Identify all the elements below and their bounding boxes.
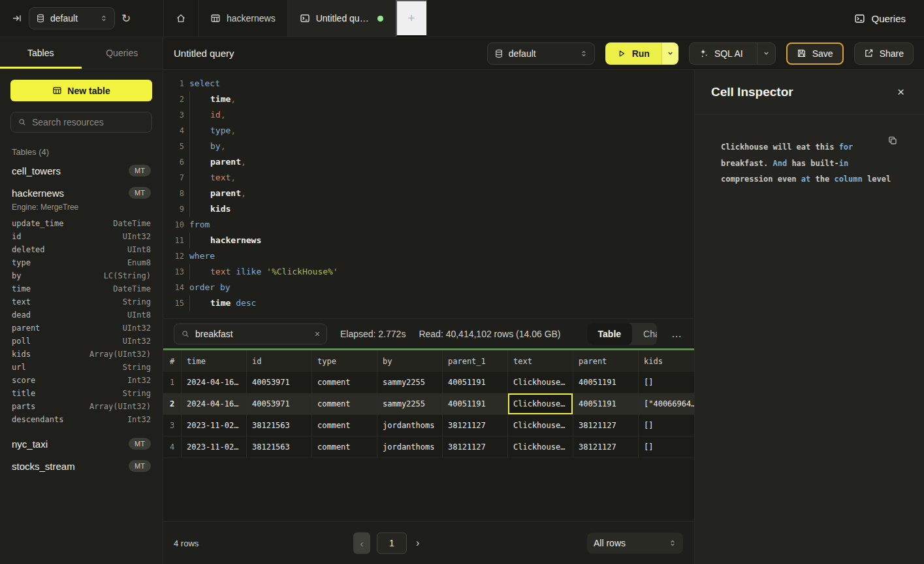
cell-text[interactable]: Clickhouse… [508, 393, 573, 414]
page-number-input[interactable] [377, 532, 407, 554]
column-header-id[interactable]: id [247, 350, 312, 372]
column-item-kids[interactable]: kidsArray(UInt32) [10, 348, 152, 361]
cell-by[interactable]: sammy2255 [377, 393, 443, 414]
results-search-input[interactable] [195, 329, 310, 339]
new-tab-button[interactable]: + [396, 0, 427, 37]
table-row[interactable]: 32023-11-02…38121563commentjordanthoms38… [163, 415, 694, 437]
save-button[interactable]: Save [786, 42, 844, 65]
next-page-button[interactable]: › [413, 537, 422, 549]
table-item-hackernews[interactable]: hackernewsMT [10, 180, 152, 203]
cell-kids[interactable]: [] [639, 437, 694, 457]
column-item-update_time[interactable]: update_timeDateTime [10, 217, 152, 230]
table-item-cell_towers[interactable]: cell_towersMT [10, 158, 152, 180]
sidebar-tab-tables[interactable]: Tables [0, 37, 82, 69]
table-row[interactable]: 42023-11-02…38121563commentjordanthoms38… [163, 437, 694, 458]
database-selector-toolbar[interactable]: default [487, 42, 595, 65]
column-header-parent[interactable]: parent [573, 350, 639, 372]
cell-id[interactable]: 40053971 [247, 372, 312, 393]
column-item-by[interactable]: byLC(String) [10, 269, 152, 282]
cell-type[interactable]: comment [312, 393, 377, 414]
sidebar-search-input[interactable] [32, 117, 145, 127]
column-item-time[interactable]: timeDateTime [10, 282, 152, 295]
sql-ai-button[interactable]: SQL AI [690, 43, 751, 64]
cell-by[interactable]: sammy2255 [377, 372, 443, 393]
cell-text[interactable]: Clickhouse… [508, 415, 573, 436]
column-item-descendants[interactable]: descendantsInt32 [10, 413, 152, 426]
column-item-title[interactable]: titleString [10, 387, 152, 400]
cell-time[interactable]: 2023-11-02… [182, 415, 247, 436]
cell-parent[interactable]: 40051191 [573, 393, 639, 414]
database-selector-topbar[interactable]: default [29, 7, 115, 29]
column-header-#[interactable]: # [163, 350, 182, 372]
cell-time[interactable]: 2023-11-02… [182, 437, 247, 457]
view-tab-chart[interactable]: Chart [632, 323, 657, 345]
view-tab-table[interactable]: Table [587, 323, 633, 345]
column-header-text[interactable]: text [508, 350, 573, 372]
sql-ai-options-button[interactable] [757, 43, 775, 64]
cell-id[interactable]: 40053971 [247, 393, 312, 414]
run-button[interactable]: Run [605, 42, 661, 65]
refresh-button[interactable]: ↻ [121, 13, 131, 24]
close-inspector-button[interactable]: × [897, 85, 904, 99]
new-table-button[interactable]: New table [10, 80, 152, 101]
editor-tab-hackernews[interactable]: hackernews [199, 0, 288, 37]
queries-button[interactable]: Queries [854, 0, 906, 37]
column-item-type[interactable]: typeEnum8 [10, 256, 152, 269]
cell-kids[interactable]: ["40066964… [639, 393, 694, 414]
cell-parent_1[interactable]: 40051191 [443, 393, 508, 414]
line-code: select [184, 76, 220, 91]
cell-kids[interactable]: [] [639, 415, 694, 436]
cell-id[interactable]: 38121563 [247, 437, 312, 457]
sidebar-tabs: TablesQueries [0, 37, 163, 69]
column-item-parent[interactable]: parentUInt32 [10, 322, 152, 335]
column-item-deleted[interactable]: deletedUInt8 [10, 243, 152, 256]
cell-parent_1[interactable]: 40051191 [443, 372, 508, 393]
table-item-nyc_taxi[interactable]: nyc_taxiMT [10, 431, 152, 454]
editor-tab-Untitled qu…[interactable]: Untitled qu… [288, 0, 396, 37]
column-item-dead[interactable]: deadUInt8 [10, 308, 152, 322]
copy-cell-value-button[interactable] [887, 135, 898, 146]
cell-time[interactable]: 2024-04-16… [182, 393, 247, 414]
cell-kids[interactable]: [] [639, 372, 694, 393]
cell-text[interactable]: Clickhouse… [508, 372, 573, 393]
cell-parent[interactable]: 38121127 [573, 437, 639, 457]
column-item-url[interactable]: urlString [10, 361, 152, 374]
clear-search-button[interactable]: × [315, 329, 320, 339]
cell-parent_1[interactable]: 38121127 [443, 415, 508, 436]
cell-type[interactable]: comment [312, 415, 377, 436]
cell-parent[interactable]: 40051191 [573, 372, 639, 393]
inspector-token: And [773, 159, 787, 168]
table-item-stocks_stream[interactable]: stocks_streamMT [10, 454, 152, 476]
table-row[interactable]: 22024-04-16…40053971commentsammy22554005… [163, 393, 694, 415]
cell-by[interactable]: jordanthoms [377, 415, 443, 436]
column-header-by[interactable]: by [377, 350, 443, 372]
cell-by[interactable]: jordanthoms [377, 437, 443, 457]
cell-parent_1[interactable]: 38121127 [443, 437, 508, 457]
column-item-text[interactable]: textString [10, 295, 152, 308]
column-header-time[interactable]: time [182, 350, 247, 372]
cell-parent[interactable]: 38121127 [573, 415, 639, 436]
column-item-poll[interactable]: pollUInt32 [10, 335, 152, 348]
column-item-score[interactable]: scoreInt32 [10, 374, 152, 387]
cell-id[interactable]: 38121563 [247, 415, 312, 436]
column-header-parent_1[interactable]: parent_1 [443, 350, 508, 372]
editor-tab-home[interactable] [164, 0, 199, 37]
collapse-sidebar-button[interactable] [12, 13, 22, 24]
row-number: 1 [163, 372, 182, 393]
run-options-button[interactable] [661, 42, 678, 65]
sql-editor[interactable]: 1select2time,3id,4type,5by,6parent,7text… [163, 70, 694, 318]
cell-time[interactable]: 2024-04-16… [182, 372, 247, 393]
page-size-selector[interactable]: All rows [587, 533, 683, 554]
column-header-type[interactable]: type [312, 350, 377, 372]
cell-text[interactable]: Clickhouse… [508, 437, 573, 457]
previous-page-button[interactable]: ‹ [353, 532, 370, 554]
column-item-parts[interactable]: partsArray(UInt32) [10, 400, 152, 413]
sidebar-tab-queries[interactable]: Queries [82, 37, 163, 69]
cell-type[interactable]: comment [312, 437, 377, 457]
results-more-button[interactable]: … [670, 328, 684, 340]
cell-type[interactable]: comment [312, 372, 377, 393]
column-item-id[interactable]: idUInt32 [10, 230, 152, 243]
table-row[interactable]: 12024-04-16…40053971commentsammy22554005… [163, 372, 694, 393]
column-header-kids[interactable]: kids [639, 350, 694, 372]
share-button[interactable]: Share [854, 42, 914, 65]
